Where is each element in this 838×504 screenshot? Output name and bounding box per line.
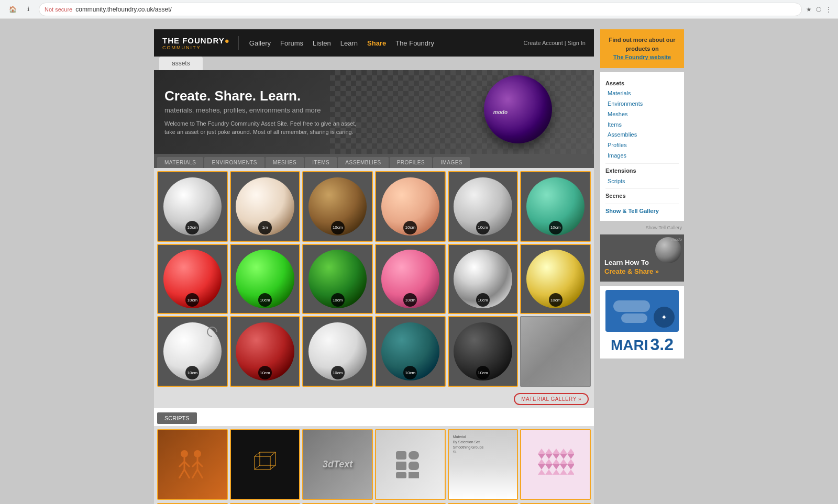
home-icon[interactable]: 🏠 [6,3,19,16]
svg-marker-36 [553,459,560,464]
sidebar-show-tell-label: Show Tell Gallery [600,225,684,230]
content-area: modo Create. Share. Learn. materials, me… [154,70,594,504]
svg-marker-46 [553,469,560,475]
sphere-label-6: 10cm [549,221,563,234]
mari-pill-2 [621,313,647,323]
browser-right-icons: ★ ⬡ ⋮ [806,6,832,13]
svg-marker-32 [560,454,567,459]
cat-tab-meshes[interactable]: MESHES [266,157,304,168]
script-cell-1[interactable] [157,429,228,500]
sidebar-link-assemblies[interactable]: Assemblies [605,130,679,140]
right-sidebar: Find out more about our products on The … [600,29,684,504]
mari-version: 3.2 [650,335,674,354]
mat-cell-11[interactable]: 10cm [448,244,519,315]
script-panel-figures: Material By Selection Set Smoothing Grou… [449,430,517,499]
script-cell-3[interactable]: 3dText [302,429,373,500]
sidebar-show-tell-gallery-link[interactable]: Show & Tell Gallery [605,206,679,217]
security-label: Not secure [45,6,72,13]
gallery-link-button[interactable]: MATERIAL GALLERY » [514,393,589,405]
svg-marker-41 [553,464,560,469]
svg-line-3 [184,469,190,478]
svg-line-8 [192,469,197,478]
mat-cell-18-empty [520,316,591,387]
nav-account[interactable]: Create Account | Sign In [524,40,586,46]
svg-marker-35 [545,459,553,464]
mat-cell-10[interactable]: 10cm [375,244,446,315]
mat-cell-9[interactable]: 10cm [302,244,373,315]
sidebar-link-items[interactable]: Items [605,120,679,130]
mat-cell-12[interactable]: 10cm [520,244,591,315]
cat-tab-assemblies[interactable]: ASSEMBLIES [338,157,388,168]
mari-pill-1 [613,300,650,312]
mat-cell-4[interactable]: 10cm [375,171,446,242]
mat-cell-5[interactable]: 10cm [448,171,519,242]
learn-subtitle: Create & Share » [604,267,659,275]
sidebar-link-environments[interactable]: Environments [605,99,679,109]
sidebar-section-assets: Assets [605,79,679,89]
sidebar-link-meshes[interactable]: Meshes [605,109,679,120]
sidebar-learn-banner[interactable]: modo Learn How To Create & Share » [600,234,684,282]
cat-tab-environments[interactable]: ENVIRONMENTS [204,157,264,168]
svg-line-17 [255,465,260,469]
browser-nav-icons: 🏠 ℹ [6,3,35,16]
mat-cell-13[interactable]: 10cm [157,316,228,387]
nav-learn[interactable]: Learn [340,39,358,47]
mat-cell-17[interactable]: 10cm [448,316,519,387]
script-cell-4[interactable] [375,429,446,500]
svg-line-16 [270,465,275,469]
hero-title: Create. Share. Learn. [164,88,583,104]
star-icon[interactable]: ★ [806,6,812,13]
sidebar-divider-1 [605,163,679,164]
svg-marker-48 [567,469,574,475]
mari-logo-title: MARI [611,337,648,354]
script-cell-5[interactable]: Material By Selection Set Smoothing Grou… [448,429,519,500]
site-container: THE FOUNDRY● COMMUNITY Gallery Forums Li… [154,29,684,504]
gallery-link-row: MATERIAL GALLERY » [154,390,594,408]
hero-subtitle: materials, meshes, profiles, environment… [164,106,583,114]
script-cell-2[interactable] [230,429,301,500]
svg-line-15 [270,452,275,456]
svg-rect-21 [409,462,419,470]
nav-foundry[interactable]: The Foundry [395,39,434,47]
nav-share[interactable]: Share [367,39,386,47]
browser-bar: 🏠 ℹ Not secure community.thefoundry.co.u… [0,0,838,19]
sidebar-link-profiles[interactable]: Profiles [605,140,679,151]
mat-cell-16[interactable]: 10cm [375,316,446,387]
cat-tab-materials[interactable]: MATERIALS [157,157,203,168]
sidebar-divider-3 [605,204,679,204]
sidebar-learn-modo-text: modo [671,237,682,242]
mat-cell-2[interactable]: 1m [230,171,301,242]
address-bar[interactable]: Not secure community.thefoundry.co.uk/as… [39,3,802,16]
mat-cell-8[interactable]: 10cm [230,244,301,315]
cat-tab-items[interactable]: ITEMS [305,157,337,168]
cat-tab-images[interactable]: IMAGES [433,157,470,168]
mat-cell-6[interactable]: 10cm [520,171,591,242]
mari-circle-icon: ✦ [654,307,675,328]
material-grid: 10cm 1m 10cm 10cm [154,168,594,390]
mat-cell-3[interactable]: 10cm [302,171,373,242]
sphere-label-10: 10cm [403,293,417,307]
mat-cell-14[interactable]: 10cm [230,316,301,387]
mat-cell-1[interactable]: 10cm [157,171,228,242]
menu-icon[interactable]: ⋮ [825,6,832,13]
nav-forums[interactable]: Forums [280,39,303,47]
learn-title: Learn How To [604,259,649,266]
foundry-website-link[interactable]: The Foundry website [613,54,671,60]
nav-gallery[interactable]: Gallery [249,39,271,47]
sidebar-promo: Find out more about our products on The … [600,29,684,68]
sidebar-section-scenes: Scenes [605,191,679,201]
sidebar-link-scripts[interactable]: Scripts [605,176,679,187]
scripts-header: SCRIPTS [157,412,197,424]
extensions-icon[interactable]: ⬡ [816,6,821,13]
tab-assets[interactable]: assets [159,57,203,70]
mat-cell-7[interactable]: 10cm [157,244,228,315]
script-cell-6[interactable] [520,429,591,500]
svg-marker-29 [538,454,545,459]
nav-listen[interactable]: Listen [313,39,331,47]
sphere-label-5: 10cm [476,221,490,234]
sidebar-link-materials[interactable]: Materials [605,88,679,99]
mat-cell-15[interactable]: 10cm [302,316,373,387]
cat-tab-profiles[interactable]: PROFILES [390,157,432,168]
svg-rect-18 [396,451,406,460]
sidebar-link-images[interactable]: Images [605,151,679,161]
